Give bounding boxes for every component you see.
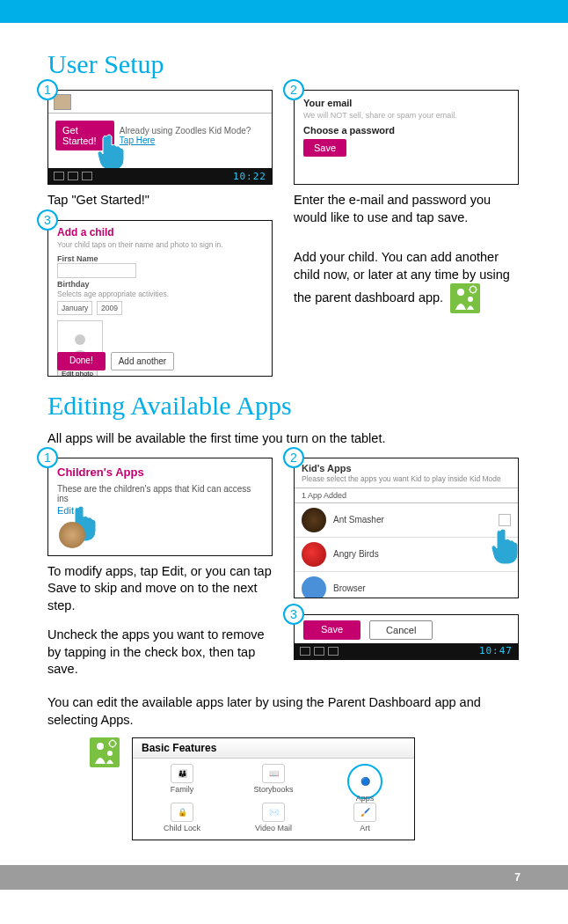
angry-birds-icon — [302, 542, 326, 567]
app-row[interactable]: Angry Birds — [295, 538, 518, 572]
clock-text: 10:47 — [479, 645, 513, 656]
save-apps-button[interactable]: Save — [303, 620, 360, 640]
edit-step-badge-1: 1 — [37, 447, 58, 468]
first-name-field[interactable] — [57, 263, 136, 278]
caption-step1: Tap "Get Started!" — [47, 192, 273, 209]
choose-password-label: Choose a password — [303, 125, 509, 136]
app-row[interactable]: Ant Smasher — [295, 503, 518, 538]
feature-video-mail[interactable]: ✉️Video Mail — [228, 803, 319, 832]
first-name-label: First Name — [57, 254, 263, 263]
basic-features-panel: Basic Features 👪Family 📖Storybooks 🔵Apps… — [132, 737, 415, 840]
parent-dashboard-icon — [90, 737, 120, 767]
your-email-label: Your email — [303, 98, 509, 108]
month-select[interactable]: January — [57, 301, 92, 315]
ant-smasher-icon — [302, 508, 326, 532]
done-button[interactable]: Done! — [57, 352, 106, 370]
birthday-label: Birthday — [57, 280, 263, 289]
app-name: Angry Birds — [333, 549, 379, 559]
thumbnail-icon — [54, 94, 71, 110]
feature-child-lock[interactable]: 🔒Child Lock — [136, 803, 228, 832]
screenshot-childrens-apps: Children's Apps These are the children's… — [47, 458, 273, 556]
screenshot-email-password: Your email We will NOT sell, share or sp… — [294, 90, 519, 185]
app-name: Ant Smasher — [333, 515, 384, 524]
svg-point-5 — [107, 751, 113, 756]
mail-icon: ✉️ — [262, 803, 285, 822]
caption-edit-step1: To modify apps, tap Edit, or you can tap… — [47, 563, 273, 615]
add-another-button[interactable]: Add another — [111, 352, 175, 370]
screenshot-get-started: Get Started! Already using Zoodles Kid M… — [47, 90, 273, 185]
edit-step-badge-2: 2 — [283, 447, 304, 468]
edit-step-badge-3: 3 — [283, 604, 304, 625]
feature-apps[interactable]: 🔵Apps — [319, 764, 411, 803]
family-icon: 👪 — [171, 764, 193, 783]
editing-apps-outro: You can edit the available apps later by… — [47, 694, 521, 729]
screenshot-kids-apps: Kid's Apps Please select the apps you wa… — [294, 458, 519, 598]
childrens-apps-title: Children's Apps — [57, 466, 263, 479]
page-number: 7 — [514, 871, 521, 884]
child-avatar-icon — [59, 522, 85, 548]
android-navbar: 10:47 — [295, 643, 518, 659]
step-badge-1: 1 — [37, 79, 58, 100]
screenshot-save-cancel: Save Cancel 10:47 — [294, 614, 519, 660]
add-child-title: Add a child — [57, 226, 263, 238]
feature-art[interactable]: 🖌️Art — [319, 803, 411, 832]
caption-edit-step1b: Uncheck the apps you want to remove by t… — [47, 627, 273, 678]
svg-point-3 — [470, 287, 477, 293]
feature-family[interactable]: 👪Family — [136, 764, 228, 803]
year-select[interactable]: 2009 — [97, 301, 122, 315]
storybooks-icon: 📖 — [262, 764, 285, 783]
svg-point-0 — [75, 334, 85, 345]
cancel-button[interactable]: Cancel — [369, 620, 433, 640]
svg-point-4 — [97, 743, 104, 750]
caption-step2: Enter the e-mail and pass­word you would… — [294, 192, 519, 226]
checkbox[interactable] — [499, 514, 511, 526]
apps-icon: 🔵 — [353, 772, 376, 791]
add-child-paragraph: Add your child. You can add another chil… — [294, 249, 519, 313]
app-name: Browser — [333, 583, 366, 593]
svg-point-1 — [457, 289, 464, 296]
android-navbar: 10:22 — [48, 168, 272, 184]
top-bar — [0, 0, 568, 23]
page-footer: 7 — [0, 865, 568, 890]
add-child-sub: Your child taps on their name and photo … — [57, 240, 263, 249]
app-row[interactable]: Browser — [295, 572, 518, 598]
clock-text: 10:22 — [233, 171, 266, 182]
lock-icon: 🔒 — [171, 803, 193, 822]
email-disclaimer: We will NOT sell, share or spam your ema… — [303, 111, 509, 120]
kids-apps-title: Kid's Apps — [302, 463, 511, 473]
hand-pointer-icon — [490, 527, 519, 568]
browser-icon — [302, 576, 326, 598]
parent-dashboard-icon — [450, 283, 480, 313]
already-using-text: Already using Zoodles Kid Mode? Tap Here — [120, 126, 265, 145]
step-badge-3: 3 — [37, 209, 58, 231]
editing-apps-intro: All apps will be available the first tim… — [47, 431, 521, 445]
basic-features-title: Basic Features — [133, 738, 414, 759]
svg-point-2 — [468, 297, 473, 302]
childrens-apps-desc: These are the children's apps that Kid c… — [57, 484, 263, 503]
birthday-sub: Selects age appropriate activities. — [57, 290, 263, 298]
kids-apps-desc: Please select the apps you want Kid to p… — [302, 474, 511, 483]
section-title-user-setup: User Setup — [47, 49, 521, 79]
screenshot-add-child: Add a child Your child taps on their nam… — [47, 220, 273, 377]
page-body: User Setup 1 Get Started! Already using … — [0, 23, 568, 840]
section-title-editing-apps: Editing Available Apps — [47, 391, 521, 421]
art-icon: 🖌️ — [353, 803, 376, 822]
svg-point-6 — [110, 741, 116, 747]
step-badge-2: 2 — [283, 79, 304, 100]
feature-storybooks[interactable]: 📖Storybooks — [228, 764, 319, 803]
app-count-bar: 1 App Added — [295, 488, 518, 503]
save-button[interactable]: Save — [303, 139, 346, 157]
